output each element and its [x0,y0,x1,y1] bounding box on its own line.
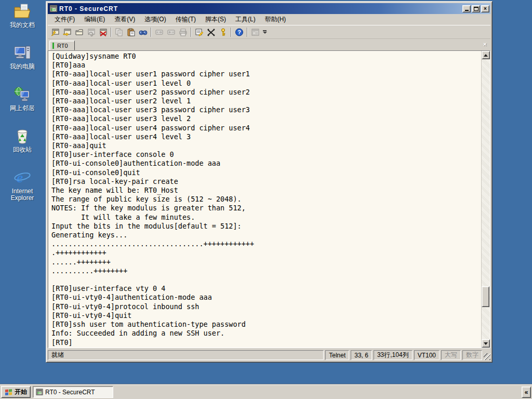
toolbar-overflow-icon [263,30,267,31]
close-button[interactable]: × [481,5,489,12]
receive-file-icon [167,28,176,36]
task-label: RT0 - SecureCRT [45,389,95,396]
status-grid-size: 33行,104列 [374,350,413,360]
start-label: 开始 [15,388,27,396]
toolbar: ? [48,25,490,39]
status-num-lock: 数字 [462,350,482,360]
desktop-icon-column: 我的文档 我的电脑 网上邻居 [2,3,43,211]
print-button[interactable] [177,26,189,38]
securecrt-app-icon [49,5,58,12]
chevron-left-icon: « [525,389,528,396]
network-places-icon [14,86,31,103]
desktop-icon-label: Internet Explorer [2,188,43,202]
my-documents-icon [14,3,31,20]
copy-icon [115,28,124,36]
scrollbar-track[interactable] [482,59,490,339]
toolbar-separator [111,28,112,37]
session-options-icon [195,28,204,36]
title-bar[interactable]: RT0 - SecureCRT × [48,3,490,14]
help-button[interactable]: ? [233,26,245,38]
minimize-button[interactable] [462,5,471,12]
menu-view[interactable]: 查看(V) [110,14,140,25]
vertical-scrollbar[interactable] [481,51,490,348]
toolbar-overflow-button[interactable] [262,27,268,37]
start-button[interactable]: 开始 [1,386,31,398]
keymap-icon [207,28,216,36]
svg-text:e: e [17,169,23,185]
keymap-button[interactable] [205,26,217,38]
terminal-output[interactable]: [Quidway]sysname RT0 [RT0]aaa [RT0-aaa]l… [48,51,481,348]
resize-grip[interactable] [484,353,490,360]
recycle-bin-icon [14,128,31,144]
send-file-button[interactable] [153,26,165,38]
disconnect-button[interactable] [97,26,109,38]
desktop-icon-my-documents[interactable]: 我的文档 [2,3,43,45]
connect-in-tab-button[interactable] [73,26,85,38]
session-manager-button[interactable] [249,26,261,38]
menu-tools[interactable]: 工具(L) [231,14,260,25]
window-title: RT0 - SecureCRT [59,5,461,12]
svg-text:?: ? [237,29,241,35]
status-cursor-position: 33, 6 [351,350,372,360]
terminal-area: [Quidway]sysname RT0 [RT0]aaa [RT0-aaa]l… [48,50,490,348]
desktop-icon-label: 我的电脑 [10,63,35,70]
find-icon [139,28,148,36]
menu-help[interactable]: 帮助(H) [260,14,291,25]
menu-options[interactable]: 选项(O) [140,14,170,25]
status-bar: 就绪 Telnet 33, 6 33行,104列 VT100 大写 数字 [48,348,490,361]
arrow-up-icon [484,54,488,57]
reconnect-button[interactable] [85,26,97,38]
menu-transfer[interactable]: 传输(T) [171,14,201,25]
desktop-icon-internet-explorer[interactable]: e Internet Explorer [2,169,43,211]
tab-rt0[interactable]: RT0 [49,41,75,50]
tab-label: RT0 [57,43,68,49]
print-icon [179,28,188,36]
scroll-down-button[interactable] [482,339,490,348]
desktop-icon-recycle-bin[interactable]: 回收站 [2,128,43,169]
connect-icon [63,28,72,36]
minimize-icon [465,10,469,11]
taskbar-task-securecrt[interactable]: RT0 - SecureCRT [33,386,113,398]
status-ready: 就绪 [48,350,324,360]
windows-logo-icon [5,389,13,396]
key-button[interactable] [217,26,229,38]
paste-button[interactable] [125,26,137,38]
desktop-icon-my-computer[interactable]: 我的电脑 [2,45,43,86]
desktop-icon-label: 我的文档 [10,22,35,29]
paste-icon [127,28,136,36]
desktop-icon-label: 回收站 [13,147,32,153]
menu-file[interactable]: 文件(F) [50,14,79,25]
connect-in-tab-icon [75,28,84,36]
desktop-icon-network-places[interactable]: 网上邻居 [2,86,43,128]
toolbar-separator [151,28,152,37]
toolbar-separator [247,28,248,37]
find-button[interactable] [137,26,149,38]
scroll-up-button[interactable] [482,51,490,59]
tab-bar: RT0 × [48,39,490,50]
key-icon [219,28,228,36]
menu-script[interactable]: 脚本(S) [201,14,231,25]
desktop-icon-label: 网上邻居 [10,105,35,112]
session-manager-icon [251,28,260,36]
chevron-down-icon [263,32,267,34]
taskbar-collapse-button[interactable]: « [522,387,531,398]
tab-close-button[interactable]: × [481,41,489,48]
status-emulation: VT100 [414,350,440,360]
scrollbar-thumb[interactable] [482,286,489,307]
session-options-button[interactable] [193,26,205,38]
copy-button[interactable] [113,26,125,38]
securecrt-window: RT0 - SecureCRT × 文件(F) 编辑(E) 查看(V) 选项(O… [46,1,493,363]
tab-close-icon: × [483,41,486,47]
toolbar-separator [191,28,192,37]
receive-file-button[interactable] [165,26,177,38]
reconnect-icon [87,28,96,36]
maximize-button[interactable] [472,5,480,12]
securecrt-task-icon [36,389,43,395]
quick-connect-button[interactable] [49,26,61,38]
menu-edit[interactable]: 编辑(E) [79,14,110,25]
help-icon: ? [235,28,244,36]
tab-connected-indicator [52,43,54,49]
arrow-down-icon [484,342,488,345]
quick-connect-icon [51,28,60,36]
connect-button[interactable] [61,26,73,38]
